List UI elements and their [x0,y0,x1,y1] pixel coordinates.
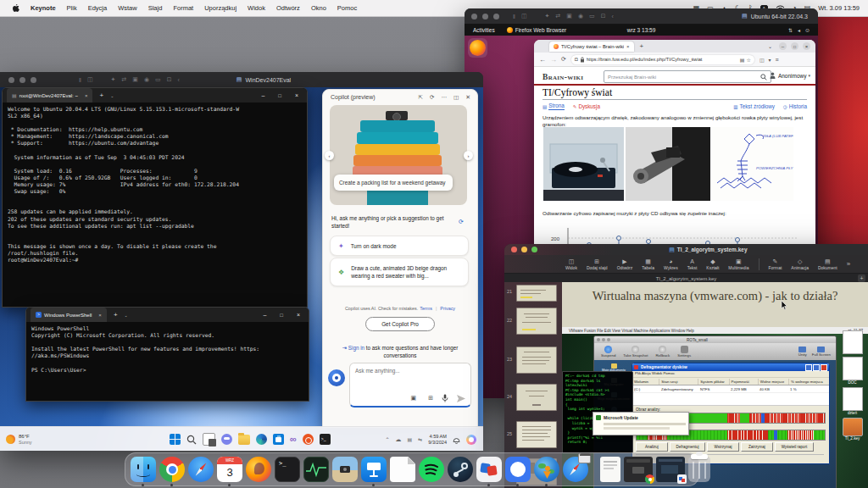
minimize-button[interactable]: – [261,92,264,98]
powershell-tab[interactable]: > Windows PowerShell × [31,308,107,322]
view-report-button[interactable]: Wyświetl raport [775,442,814,452]
menubar-app-name[interactable]: Keynote [31,4,56,12]
signal-icon[interactable] [505,457,531,482]
defragment-button[interactable]: Defragmentuj [670,442,705,452]
star-icon[interactable]: ☆ [746,57,750,63]
snapshot-icon[interactable]: ◫ [521,13,527,19]
suspend-button[interactable]: Suspend [601,346,615,358]
file-label[interactable]: TI_2.key [837,436,868,441]
minimized-vmware-window[interactable] [656,457,685,482]
ubuntu-app-icon[interactable] [303,434,314,445]
slide-thumbnail[interactable] [516,421,557,448]
maximize-box[interactable] [813,364,820,371]
new-tab-button[interactable]: + [640,42,644,50]
card-caption[interactable]: Create a packing list for a weekend geta… [334,175,453,191]
back-icon[interactable]: ‹ [178,77,180,83]
tools-icon[interactable]: ✦ [545,13,550,19]
trash-icon[interactable] [688,457,710,482]
signin-link[interactable]: Sign in [348,345,364,351]
minimized-chrome-window[interactable] [624,457,653,482]
search-icon[interactable] [760,74,767,80]
notification-bell-icon[interactable] [453,435,460,444]
wiki-user-menu[interactable]: Anonimowy ▾ [770,72,810,79]
visual-studio-icon[interactable]: ∞ [290,434,297,445]
refresh-icon[interactable]: ⟳ [430,94,434,101]
volume-icon[interactable]: ◂ [798,27,800,33]
tab-strona[interactable]: Strona [548,103,565,110]
minimized-document-window[interactable] [600,457,620,482]
keynote-window[interactable]: ▤ TI_2_algorytm_system.key ◫Widok ⊞Dodaj… [504,244,868,488]
start-button[interactable] [170,434,181,445]
screenshot-icon[interactable]: ⊞ [428,395,433,402]
settings-icon[interactable]: ▣ [132,76,138,83]
terminal-icon[interactable]: >_ [275,457,300,482]
toolbar-ksztalt[interactable]: ◆Kształt [706,258,719,270]
forward-icon[interactable]: → [550,56,557,64]
file-explorer-icon[interactable] [238,435,250,445]
window-maximize-button[interactable]: □ [791,42,798,50]
link-history[interactable]: Historia [789,103,807,109]
wiki-search-box[interactable]: Przeszukaj Brain-wiki [604,70,771,83]
menu-edycja[interactable]: Edycja [88,4,108,12]
slide-thumbnail[interactable] [516,308,557,335]
add-image-icon[interactable]: ▣ [410,395,416,402]
menu-wstaw[interactable]: Wstaw [118,4,137,12]
window-close-button[interactable]: × [803,42,810,50]
security-icon[interactable]: ▤ [408,436,413,442]
defrag-menubar[interactable]: Plik Akcja Widok Pomoc [632,371,829,378]
settings-icon[interactable]: ▣ [566,13,572,19]
toolbar-widok[interactable]: ◫Widok [565,258,577,270]
new-tab-button[interactable]: + [99,92,103,99]
terminal-titlebar[interactable]: ▤ root@WinDev2407Eval: ~ × + ⌄ – □ × [3,88,307,103]
defrag-volume-row[interactable]: (C:) Zdefragmentowany NTFS 2,229 MB 40 K… [632,385,829,393]
zoom-button[interactable] [31,77,36,83]
apple-icon[interactable] [12,3,19,13]
steam-icon[interactable] [448,457,473,482]
edge-icon[interactable] [256,434,267,445]
fullscreen-icon[interactable]: ⊡ [601,13,606,19]
wiki-logo[interactable]: Brain-wiki [542,73,583,81]
menu-okno[interactable]: Okno [311,4,326,12]
toolbar-animacja[interactable]: ◇Animacja [791,258,809,270]
reload-icon[interactable]: ⟳ [561,56,566,63]
refresh-suggestions-icon[interactable]: ⟳ [459,219,464,225]
new-tab-button[interactable]: + [114,311,118,319]
tab-list-icon[interactable]: ⌄ [768,43,772,49]
display-mode-icon[interactable]: ▭ [155,76,161,83]
taskbar-clock[interactable]: 4:59 AM 9/3/2024 [428,434,447,446]
maximize-button[interactable]: □ [278,93,281,98]
more-options-icon[interactable]: ⋯ [441,94,447,101]
vmware-fusion-icon[interactable] [476,457,502,482]
shield-icon[interactable]: ◘ [575,57,578,62]
calendar-icon[interactable]: WRZ 3 [217,457,242,482]
minimize-button[interactable] [19,77,25,83]
windows-vm-window[interactable]: ‖ ◫ ✦ ⇄ ▣ ◉ ▭ ⊡ ‹ ▤ WinDev2407Eval ▤ roo… [0,72,483,451]
minimize-button[interactable]: – [263,312,266,318]
tab-dyskusja[interactable]: Dyskusja [578,103,600,109]
slide-thumbnail[interactable] [516,347,557,374]
camera-icon[interactable]: ◉ [144,76,149,83]
settings-button[interactable]: Settings [677,346,691,358]
vmware-titlebar[interactable]: ‖ ◫ ✦ ⇄ ▣ ◉ ▭ ⊡ ‹ ▤ WinDev2407Eval [0,72,483,87]
chrome-icon[interactable] [159,457,185,482]
menu-icon[interactable]: ≡ [776,57,779,63]
copilot-tray-icon[interactable] [466,435,476,445]
activities-button[interactable]: Activities [473,27,495,33]
menu-format[interactable]: Format [173,4,193,12]
vmware-titlebar[interactable]: ‖ ◫ ✦ ⇄ ▣ ◉ ▭ ⊡ ‹ ▤ Ubuntu 64-bit 22.04.… [465,8,818,24]
safari-web-app-icon[interactable] [563,457,588,482]
onedrive-icon[interactable]: ☁ [396,436,402,443]
close-button[interactable] [471,14,477,19]
toolbar-dokument[interactable]: ▤Dokument [818,258,837,270]
file-label[interactable]: DOC [837,380,868,385]
document-tab[interactable]: TI_2_algorytm_system.key [656,276,717,281]
menu-plik[interactable]: Plik [67,4,77,12]
stop-button[interactable]: Zatrzymaj [741,442,773,452]
fullscreen-icon[interactable]: ⊡ [167,76,172,83]
safari-icon[interactable] [188,457,214,482]
fullscreen-button[interactable]: Full Screen [812,347,831,357]
slide-thumbnail[interactable] [516,384,557,411]
analyze-button[interactable]: Analizuj [636,442,668,452]
terminal-tab[interactable]: ▤ root@WinDev2407Eval: ~ × [7,88,92,103]
carousel-prev-button[interactable]: ‹ [325,151,334,160]
